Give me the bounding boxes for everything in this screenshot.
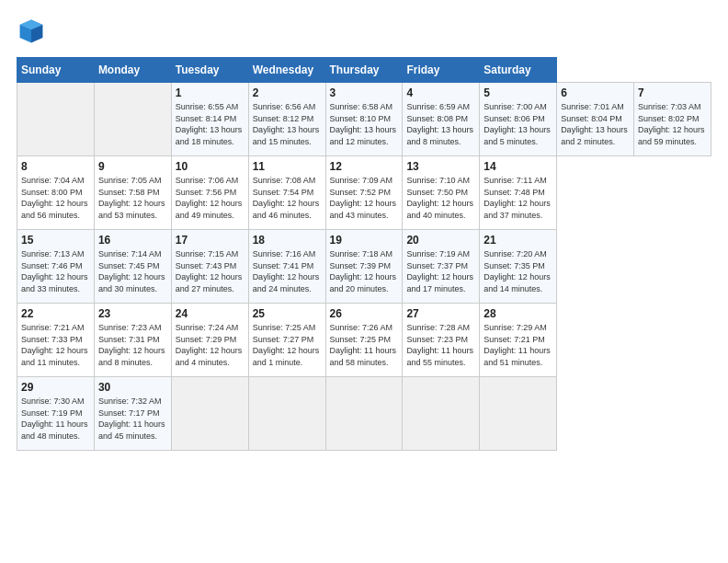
- day-info: Sunrise: 7:13 AMSunset: 7:46 PMDaylight:…: [21, 248, 90, 294]
- calendar-day-cell: 29Sunrise: 7:30 AMSunset: 7:19 PMDayligh…: [17, 377, 95, 451]
- day-number: 24: [176, 307, 245, 320]
- calendar-body: 1Sunrise: 6:55 AMSunset: 8:14 PMDaylight…: [17, 83, 711, 451]
- day-number: 20: [406, 234, 475, 247]
- calendar-day-cell: 20Sunrise: 7:19 AMSunset: 7:37 PMDayligh…: [403, 230, 480, 304]
- calendar-day-cell: 10Sunrise: 7:06 AMSunset: 7:56 PMDayligh…: [171, 156, 248, 230]
- day-info: Sunrise: 7:23 AMSunset: 7:31 PMDaylight:…: [98, 322, 167, 368]
- day-info: Sunrise: 7:20 AMSunset: 7:35 PMDaylight:…: [483, 248, 552, 294]
- day-info: Sunrise: 7:29 AMSunset: 7:21 PMDaylight:…: [483, 322, 552, 368]
- day-number: 23: [98, 307, 167, 320]
- calendar-day-cell: 9Sunrise: 7:05 AMSunset: 7:58 PMDaylight…: [94, 156, 171, 230]
- day-info: Sunrise: 7:25 AMSunset: 7:27 PMDaylight:…: [253, 322, 322, 368]
- page: SundayMondayTuesdayWednesdayThursdayFrid…: [0, 0, 728, 460]
- calendar-day-cell: 25Sunrise: 7:25 AMSunset: 7:27 PMDayligh…: [248, 304, 325, 377]
- calendar-header-row: SundayMondayTuesdayWednesdayThursdayFrid…: [17, 58, 711, 83]
- calendar-day-cell: 27Sunrise: 7:28 AMSunset: 7:23 PMDayligh…: [403, 304, 480, 377]
- day-info: Sunrise: 7:01 AMSunset: 8:04 PMDaylight:…: [561, 101, 630, 147]
- calendar-day-cell: 5Sunrise: 7:00 AMSunset: 8:06 PMDaylight…: [480, 83, 557, 156]
- day-header-saturday: Saturday: [480, 58, 557, 83]
- calendar-day-cell: 19Sunrise: 7:18 AMSunset: 7:39 PMDayligh…: [325, 230, 403, 304]
- day-info: Sunrise: 6:58 AMSunset: 8:10 PMDaylight:…: [330, 101, 399, 147]
- calendar-day-cell: 3Sunrise: 6:58 AMSunset: 8:10 PMDaylight…: [325, 83, 403, 156]
- logo: [17, 17, 50, 46]
- day-number: 4: [406, 86, 475, 99]
- day-number: 22: [21, 307, 90, 320]
- day-number: 26: [330, 307, 399, 320]
- day-header-wednesday: Wednesday: [248, 58, 325, 83]
- day-info: Sunrise: 7:04 AMSunset: 8:00 PMDaylight:…: [21, 175, 90, 221]
- day-header-sunday: Sunday: [17, 58, 95, 83]
- calendar-day-cell: 11Sunrise: 7:08 AMSunset: 7:54 PMDayligh…: [248, 156, 325, 230]
- day-number: 7: [638, 86, 707, 99]
- calendar-day-cell: 15Sunrise: 7:13 AMSunset: 7:46 PMDayligh…: [17, 230, 95, 304]
- day-number: 25: [253, 307, 322, 320]
- day-info: Sunrise: 7:16 AMSunset: 7:41 PMDaylight:…: [253, 248, 322, 294]
- day-info: Sunrise: 7:09 AMSunset: 7:52 PMDaylight:…: [330, 175, 399, 221]
- day-number: 11: [253, 160, 322, 173]
- day-info: Sunrise: 7:26 AMSunset: 7:25 PMDaylight:…: [330, 322, 399, 368]
- day-info: Sunrise: 7:11 AMSunset: 7:48 PMDaylight:…: [483, 175, 552, 221]
- day-info: Sunrise: 7:06 AMSunset: 7:56 PMDaylight:…: [176, 175, 245, 221]
- calendar-week-row: 29Sunrise: 7:30 AMSunset: 7:19 PMDayligh…: [17, 377, 711, 451]
- day-header-monday: Monday: [94, 58, 171, 83]
- day-number: 18: [253, 234, 322, 247]
- calendar-day-cell: [480, 377, 557, 451]
- calendar-day-cell: 23Sunrise: 7:23 AMSunset: 7:31 PMDayligh…: [94, 304, 171, 377]
- day-info: Sunrise: 6:56 AMSunset: 8:12 PMDaylight:…: [253, 101, 322, 147]
- calendar-table: SundayMondayTuesdayWednesdayThursdayFrid…: [17, 57, 711, 451]
- day-info: Sunrise: 7:28 AMSunset: 7:23 PMDaylight:…: [406, 322, 475, 368]
- calendar-day-cell: 2Sunrise: 6:56 AMSunset: 8:12 PMDaylight…: [248, 83, 325, 156]
- day-number: 21: [483, 234, 552, 247]
- calendar-week-row: 8Sunrise: 7:04 AMSunset: 8:00 PMDaylight…: [17, 156, 711, 230]
- day-info: Sunrise: 7:14 AMSunset: 7:45 PMDaylight:…: [98, 248, 167, 294]
- calendar-day-cell: [248, 377, 325, 451]
- calendar-day-cell: 18Sunrise: 7:16 AMSunset: 7:41 PMDayligh…: [248, 230, 325, 304]
- day-number: 17: [176, 234, 245, 247]
- day-info: Sunrise: 7:19 AMSunset: 7:37 PMDaylight:…: [406, 248, 475, 294]
- logo-icon: [17, 17, 46, 46]
- calendar-day-cell: [94, 83, 171, 156]
- day-number: 12: [330, 160, 399, 173]
- calendar-day-cell: 13Sunrise: 7:10 AMSunset: 7:50 PMDayligh…: [403, 156, 480, 230]
- calendar-day-cell: 26Sunrise: 7:26 AMSunset: 7:25 PMDayligh…: [325, 304, 403, 377]
- calendar-day-cell: 28Sunrise: 7:29 AMSunset: 7:21 PMDayligh…: [480, 304, 557, 377]
- day-number: 1: [176, 86, 245, 99]
- day-info: Sunrise: 7:30 AMSunset: 7:19 PMDaylight:…: [21, 396, 90, 442]
- day-info: Sunrise: 7:15 AMSunset: 7:43 PMDaylight:…: [176, 248, 245, 294]
- day-header-thursday: Thursday: [325, 58, 403, 83]
- calendar-day-cell: 1Sunrise: 6:55 AMSunset: 8:14 PMDaylight…: [171, 83, 248, 156]
- calendar-day-cell: 7Sunrise: 7:03 AMSunset: 8:02 PMDaylight…: [634, 83, 711, 156]
- calendar-day-cell: 8Sunrise: 7:04 AMSunset: 8:00 PMDaylight…: [17, 156, 95, 230]
- calendar-day-cell: [171, 377, 248, 451]
- day-number: 15: [21, 234, 90, 247]
- day-info: Sunrise: 6:55 AMSunset: 8:14 PMDaylight:…: [176, 101, 245, 147]
- day-info: Sunrise: 7:03 AMSunset: 8:02 PMDaylight:…: [638, 101, 707, 147]
- calendar-week-row: 22Sunrise: 7:21 AMSunset: 7:33 PMDayligh…: [17, 304, 711, 377]
- day-info: Sunrise: 7:10 AMSunset: 7:50 PMDaylight:…: [406, 175, 475, 221]
- day-number: 13: [406, 160, 475, 173]
- day-info: Sunrise: 7:05 AMSunset: 7:58 PMDaylight:…: [98, 175, 167, 221]
- day-number: 2: [253, 86, 322, 99]
- day-number: 6: [561, 86, 630, 99]
- day-info: Sunrise: 7:18 AMSunset: 7:39 PMDaylight:…: [330, 248, 399, 294]
- day-header-tuesday: Tuesday: [171, 58, 248, 83]
- day-number: 27: [406, 307, 475, 320]
- day-info: Sunrise: 7:24 AMSunset: 7:29 PMDaylight:…: [176, 322, 245, 368]
- day-number: 16: [98, 234, 167, 247]
- calendar-day-cell: 30Sunrise: 7:32 AMSunset: 7:17 PMDayligh…: [94, 377, 171, 451]
- calendar-day-cell: 16Sunrise: 7:14 AMSunset: 7:45 PMDayligh…: [94, 230, 171, 304]
- day-number: 5: [483, 86, 552, 99]
- calendar-day-cell: 21Sunrise: 7:20 AMSunset: 7:35 PMDayligh…: [480, 230, 557, 304]
- day-number: 28: [483, 307, 552, 320]
- day-number: 14: [483, 160, 552, 173]
- day-info: Sunrise: 7:21 AMSunset: 7:33 PMDaylight:…: [21, 322, 90, 368]
- day-info: Sunrise: 7:32 AMSunset: 7:17 PMDaylight:…: [98, 396, 167, 442]
- day-number: 9: [98, 160, 167, 173]
- calendar-day-cell: 22Sunrise: 7:21 AMSunset: 7:33 PMDayligh…: [17, 304, 95, 377]
- day-number: 30: [98, 381, 167, 394]
- day-number: 3: [330, 86, 399, 99]
- calendar-day-cell: 6Sunrise: 7:01 AMSunset: 8:04 PMDaylight…: [557, 83, 634, 156]
- day-number: 19: [330, 234, 399, 247]
- day-info: Sunrise: 7:08 AMSunset: 7:54 PMDaylight:…: [253, 175, 322, 221]
- calendar-day-cell: 12Sunrise: 7:09 AMSunset: 7:52 PMDayligh…: [325, 156, 403, 230]
